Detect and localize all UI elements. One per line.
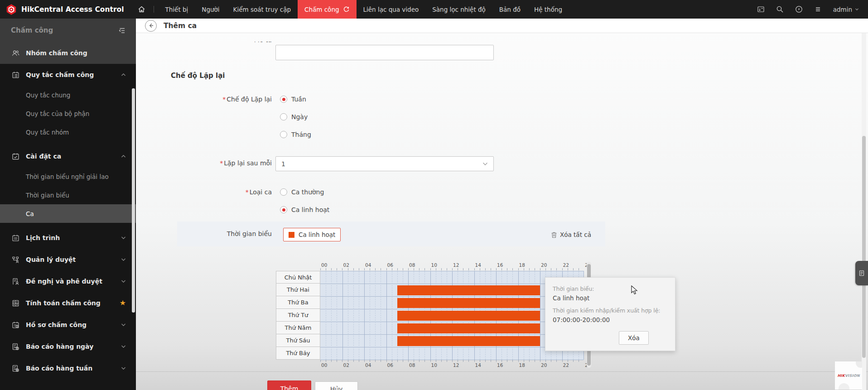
sidebar-collapse-button[interactable] [118,27,126,34]
topbar-nav: Thiết bịNgườiKiểm soát truy cậpChấm công… [159,0,569,19]
sidebar-subitem-department-rule[interactable]: Quy tắc của bộ phận [0,104,136,123]
nav-map[interactable]: Bản đồ [492,0,527,19]
sidebar-item-schedule[interactable]: Lịch trình [0,227,136,249]
side-panel-toggle[interactable] [855,261,868,285]
main-scrollbar-thumb[interactable] [862,136,866,358]
description-input[interactable] [275,45,494,60]
sidebar-subitem-shift[interactable]: Ca [0,204,136,223]
shift-bar-thứ-sáu[interactable] [397,336,540,346]
sidebar-item-weekly-report[interactable]: WBáo cáo hàng tuần [0,357,136,379]
nav-attendance[interactable]: Chấm công [298,0,357,19]
home-icon [138,5,145,13]
chevron-down-icon [121,345,126,348]
hour-label: 20 [541,262,547,268]
cancel-button[interactable]: Hủy [315,381,358,390]
gridline-30min [337,271,337,360]
shift-bar-thứ-hai[interactable] [397,285,540,295]
clear-all-button[interactable]: Xóa tất cả [551,229,591,241]
topbar: HikCentral Access Control Thiết bịNgườiK… [0,0,868,19]
sidebar-item-label: Quy tắc chấm công [26,71,94,78]
nav-devices[interactable]: Thiết bị [159,0,195,19]
sidebar-item-attendance-calculation[interactable]: Tính toán chấm công★ [0,292,136,314]
hour-label: 10 [431,362,437,368]
chevron-up-icon [121,154,126,158]
bottom-tick-strip [320,360,584,362]
sidebar-item-attendance-record[interactable]: Hồ sơ chấm công [0,314,136,336]
schedule-timeline[interactable] [320,271,584,360]
wizard-button[interactable] [757,5,765,13]
shift-type-normal[interactable]: Ca thường [280,188,324,196]
nav-access-control[interactable]: Kiểm soát truy cập [227,0,298,19]
search-button[interactable] [776,5,784,13]
nav-devices-label: Thiết bị [165,6,188,13]
diagnostics-button[interactable] [795,5,803,13]
gridline-30min [353,271,354,360]
nav-temperature-screening[interactable]: Sàng lọc nhiệt độ [425,0,492,19]
repeat-section-title: Chế độ Lặp lại [171,72,225,80]
nav-video-intercom[interactable]: Liên lạc qua video [357,0,426,19]
radio-day [280,113,287,120]
sidebar-subitem-label: Quy tắc nhóm [26,129,69,136]
sidebar-item-attendance-group[interactable]: Nhóm chấm công [0,42,136,64]
hour-label: 14 [475,262,481,268]
sidebar-item-label: Đề nghị và phê duyệt [26,278,102,285]
favorite-star-icon[interactable]: ★ [120,299,126,307]
sidebar-subitem-label: Quy tắc chung [26,91,70,99]
collapse-sidebar-icon [118,27,126,34]
sidebar-item-application-approval[interactable]: Đề nghị và phê duyệt [0,270,136,292]
day-label: Chủ Nhật [276,271,320,284]
sidebar-item-approval-management[interactable]: Quản lý duyệt [0,249,136,270]
sidebar-subitem-group-rule[interactable]: Quy tắc nhóm [0,123,136,141]
repeat-option-week[interactable]: Tuần [280,96,306,103]
home-button[interactable] [138,5,145,13]
flexible-shift-chip[interactable]: Ca linh hoạt [283,228,341,241]
search-icon [776,5,784,13]
sidebar-item-label: Cài đặt ca [26,153,61,160]
hour-label: 08 [409,362,415,368]
report-daily-icon: D [12,343,19,351]
nav-person[interactable]: Người [195,0,226,19]
shift-bar-thứ-năm[interactable] [397,323,540,333]
tooltip-delete-button[interactable]: Xóa [619,331,649,345]
footer-divider [136,371,868,372]
menu-button[interactable] [814,5,822,13]
hour-label: 14 [475,362,481,368]
gridline-30min [326,271,326,360]
user-menu[interactable]: admin [833,6,859,13]
chevron-down-icon [121,258,126,261]
shift-tooltip: Thời gian biểu: Ca linh hoạt Thời gian k… [545,277,675,351]
interval-label: Lặp lại sau mỗi [154,159,272,167]
sidebar: Chấm công Nhóm chấm công Quy tắc chấm cô… [0,19,136,390]
hour-label: 18 [519,262,525,268]
sidebar-subitem-break-timetable[interactable]: Thời gian biểu nghỉ giải lao [0,167,136,186]
shift-color-swatch [289,232,294,238]
sidebar-subitem-label: Ca [26,210,34,217]
submit-button[interactable]: Thêm [267,380,311,390]
gridline-30min [359,271,359,360]
sidebar-item-label: Báo cáo hàng tuần [26,365,92,372]
back-button[interactable] [145,20,157,32]
page-title: Thêm ca [164,22,197,30]
sidebar-scrollbar-thumb[interactable] [132,88,135,313]
sidebar-subitem-general-rule[interactable]: Quy tắc chung [0,86,136,104]
description-label: Mô tả [244,42,272,46]
back-arrow-icon [148,23,154,29]
shift-bar-thứ-tư[interactable] [397,311,540,321]
day-label: Thứ Bảy [276,347,320,360]
shift-type-flexible[interactable]: Ca linh hoạt [280,206,329,213]
nav-system[interactable]: Hệ thống [527,0,569,19]
shift-bar-thứ-ba[interactable] [397,298,540,308]
chevron-up-icon [121,73,126,77]
shift-type-label: Loại ca [154,188,272,196]
sidebar-subitem-timetable[interactable]: Thời gian biểu [0,186,136,204]
sidebar-item-daily-report[interactable]: DBáo cáo hàng ngày [0,336,136,357]
topbar-actions: admin [757,5,868,13]
interval-select[interactable]: 1 [275,156,494,171]
sidebar-item-shift-settings[interactable]: Cài đặt ca [0,145,136,167]
gridline-2h [386,271,387,360]
sidebar-item-attendance-rule[interactable]: Quy tắc chấm công [0,64,136,86]
hour-label: 00 [321,362,327,368]
repeat-option-month[interactable]: Tháng [280,131,311,138]
hour-label: 00 [321,262,327,268]
repeat-option-day[interactable]: Ngày [280,113,308,120]
